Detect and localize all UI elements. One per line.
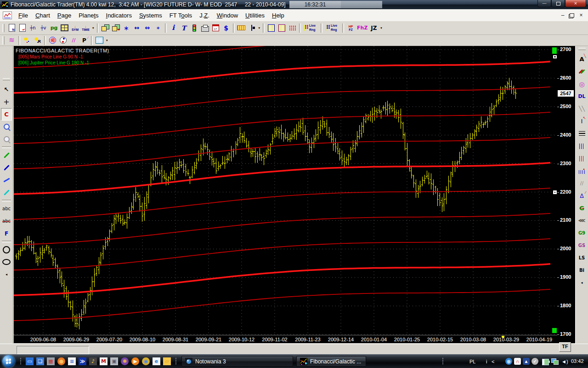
price-mark-button[interactable] (247, 23, 257, 33)
mdi-close-button[interactable]: × (578, 12, 584, 18)
scroll-left-arrow[interactable]: ◂ (1, 268, 12, 281)
pen-blue-tool[interactable] (1, 161, 12, 174)
menu-j-z-[interactable]: J.Z. (196, 11, 213, 20)
dropdown-arrow-icon[interactable]: ▾ (379, 26, 384, 30)
chart-area[interactable]: FIBONACCI/GALACTIC TRADER(TM) [005] Mars… (14, 46, 557, 343)
quick-launch-internet-explorer[interactable]: e (153, 357, 160, 365)
v-lines-red-tool[interactable] (577, 152, 588, 165)
info-line-tool[interactable]: I↖ (577, 115, 588, 127)
price-chart-canvas[interactable] (14, 46, 557, 335)
live-range-red-button[interactable]: Live Rng (302, 23, 319, 33)
v-lines-blue-tool[interactable] (577, 140, 588, 152)
gs-tool[interactable]: GS (577, 239, 588, 252)
planet-r-button[interactable]: R (32, 35, 43, 46)
menu-page[interactable]: Page (54, 11, 75, 20)
quick-launch-show-desktop[interactable]: ▭ (26, 357, 34, 365)
h-lines-tool[interactable] (577, 127, 588, 140)
avira-tray-icon[interactable]: ∩ (514, 358, 521, 365)
toolbar-grip[interactable] (3, 78, 10, 80)
close-button[interactable]: × (565, 0, 586, 7)
task-button-1[interactable]: Notowania 3 (181, 356, 293, 367)
bar-width-button[interactable]: ↔ (132, 23, 142, 33)
quick-launch-chrome[interactable]: ◉ (142, 357, 150, 365)
toolbar-grip[interactable] (2, 36, 5, 45)
biorhythm-button[interactable]: ≋ (6, 35, 17, 46)
expand-button[interactable]: ⇔ (142, 23, 153, 33)
bars-v-button[interactable]: ┼v (38, 23, 49, 33)
show-hidden-icons-chevron[interactable]: < (492, 358, 494, 365)
volume-icon[interactable]: ◄) (561, 358, 568, 365)
print-button[interactable] (200, 23, 210, 33)
traffic-light-button[interactable] (189, 23, 200, 33)
menu-utilities[interactable]: Utilities (242, 11, 268, 20)
pen-green-tool[interactable] (1, 149, 12, 161)
quick-launch-switch-windows[interactable]: ❏ (36, 357, 44, 365)
taskbar-grip[interactable] (20, 358, 22, 365)
circle-tool[interactable] (1, 243, 12, 256)
minimize-button[interactable]: — (537, 0, 551, 7)
quick-launch-notepad[interactable]: ≡ (68, 357, 76, 365)
zoom-page-tool[interactable] (1, 121, 12, 133)
text-a-tool[interactable]: A╲ (577, 53, 588, 65)
task-button-2[interactable]: Fibonacci/Galactic ... (296, 356, 366, 367)
aspect-lines-button[interactable]: ∕∕ (68, 35, 79, 46)
quick-launch-media-player[interactable]: ▶ (131, 357, 139, 365)
compress-small-button[interactable]: ∗ (153, 23, 164, 33)
fan-tool[interactable]: ⋘ (577, 214, 588, 227)
chart-window-2-button[interactable] (277, 23, 287, 33)
triangle-tool[interactable]: Δ∕ (577, 190, 588, 202)
text-annotation-button[interactable]: T (179, 23, 189, 33)
parallel-lines-tool[interactable]: ╲╲ (577, 103, 588, 115)
mdi-minimize-button[interactable]: – (560, 12, 566, 18)
menu-file[interactable]: File (15, 11, 32, 20)
text-abc-tool[interactable]: abc (1, 202, 12, 215)
cascade-add-button[interactable]: + (111, 23, 121, 33)
scroll-left-arrow-2[interactable]: ◂ (577, 276, 588, 289)
gann-g-tool[interactable]: G (577, 202, 588, 214)
updater-tray-icon[interactable]: ▲ (523, 358, 530, 365)
toolbar-grip[interactable] (578, 48, 586, 50)
quick-launch-media-drive[interactable]: ▦ (47, 357, 55, 365)
pen-blue-steep-tool[interactable] (1, 174, 12, 186)
menu-ft-tools[interactable]: FT Tools (166, 11, 196, 20)
calendar-button[interactable]: 17 (210, 23, 221, 33)
start-button[interactable] (2, 355, 15, 368)
open-chart-button[interactable]: ↵ (17, 23, 28, 33)
dropdown-arrow-icon[interactable]: ▾ (91, 26, 96, 30)
taskbar-grip[interactable] (175, 358, 177, 365)
chart-window-button[interactable] (266, 23, 277, 33)
menu-chart[interactable]: Chart (32, 11, 54, 20)
dots-grid-button[interactable] (287, 23, 298, 33)
pointer-tool[interactable]: ↖ (1, 83, 12, 96)
status-tray-icon[interactable]: ✓ (531, 358, 538, 365)
quick-launch-documents-folder[interactable]: ▱ (163, 357, 171, 365)
quick-launch-scribble-app[interactable]: M (100, 357, 107, 365)
toolbar-grip[interactable] (2, 24, 5, 32)
quick-launch-keys-app[interactable]: ♪ (89, 357, 97, 365)
bi-tool[interactable]: Bi (577, 264, 588, 276)
ruler-button[interactable] (236, 23, 247, 33)
pencil-tool[interactable] (1, 186, 12, 199)
dropdown-arrow-icon[interactable]: ▾ (257, 26, 262, 30)
page-button[interactable]: pg (49, 23, 59, 33)
magnet-snap-tool[interactable]: C (1, 108, 12, 121)
language-indicator[interactable]: PL (469, 358, 475, 365)
menu-indicators[interactable]: Indicators (102, 11, 136, 20)
menu-planets[interactable]: Planets (75, 11, 102, 20)
messenger-tray-icon[interactable]: ◉ (505, 358, 512, 365)
g9-tool[interactable]: G9 (577, 227, 588, 239)
hp-fz-button[interactable]: HPFZ (345, 23, 356, 33)
symbols-window-button[interactable] (59, 23, 70, 33)
mdi-restore-button[interactable] (570, 13, 574, 17)
crosshair-tool[interactable]: + (1, 96, 12, 108)
planet-p-button[interactable]: P∕ (79, 35, 90, 46)
time-button[interactable]: ↓TIME (80, 23, 91, 33)
hidden-icons-button[interactable]: i (486, 358, 487, 365)
dollar-button[interactable]: $ (221, 23, 232, 33)
ls-tool[interactable]: LS (577, 252, 588, 264)
taskbar-grip[interactable] (442, 358, 444, 365)
battery-icon[interactable] (542, 359, 549, 365)
fhz-button[interactable]: FhZ (356, 23, 368, 33)
cascade-button[interactable] (100, 23, 111, 33)
planet-dots-button[interactable] (22, 35, 32, 46)
